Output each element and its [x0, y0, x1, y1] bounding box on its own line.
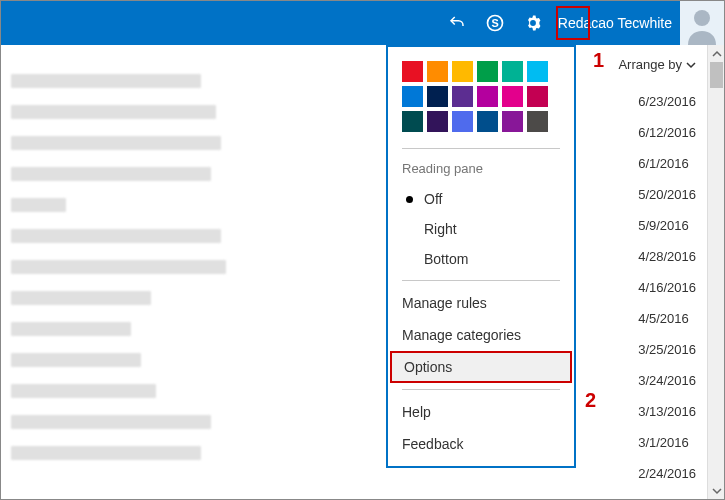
account-username[interactable]: Redacao Tecwhite: [552, 15, 680, 31]
theme-color-10[interactable]: [502, 86, 523, 107]
arrange-by-button[interactable]: Arrange by: [618, 57, 696, 72]
theme-color-6[interactable]: [402, 86, 423, 107]
chevron-down-icon: [686, 60, 696, 70]
message-date: 4/5/2016: [638, 303, 696, 334]
theme-color-2[interactable]: [452, 61, 473, 82]
message-subject-redacted: [11, 198, 66, 212]
message-subject-redacted: [11, 291, 151, 305]
theme-color-17[interactable]: [527, 111, 548, 132]
theme-color-4[interactable]: [502, 61, 523, 82]
skype-icon[interactable]: S: [476, 1, 514, 45]
message-date: 2/24/2016: [638, 458, 696, 489]
vertical-scrollbar[interactable]: [707, 45, 724, 499]
divider: [402, 280, 560, 281]
content-area: Arrange by 6/23/20166/12/20166/1/20165/2…: [1, 45, 724, 499]
message-date: 3/25/2016: [638, 334, 696, 365]
theme-color-12[interactable]: [402, 111, 423, 132]
right-column: Arrange by 6/23/20166/12/20166/1/20165/2…: [604, 45, 724, 499]
message-subject-redacted: [11, 322, 131, 336]
message-date: 6/1/2016: [638, 148, 696, 179]
gear-icon: [523, 13, 543, 33]
avatar[interactable]: [680, 1, 724, 45]
theme-color-16[interactable]: [502, 111, 523, 132]
theme-color-7[interactable]: [427, 86, 448, 107]
theme-color-0[interactable]: [402, 61, 423, 82]
scroll-up-button[interactable]: [708, 45, 725, 62]
theme-color-5[interactable]: [527, 61, 548, 82]
message-subject-redacted: [11, 105, 216, 119]
theme-color-1[interactable]: [427, 61, 448, 82]
manage-rules-link[interactable]: Manage rules: [388, 287, 574, 319]
settings-dropdown: Reading pane Off Right Bottom Manage rul…: [386, 45, 576, 468]
theme-color-9[interactable]: [477, 86, 498, 107]
annotation-label-2: 2: [585, 389, 596, 412]
message-date: 5/9/2016: [638, 210, 696, 241]
message-subject-redacted: [11, 260, 226, 274]
scroll-thumb[interactable]: [710, 62, 723, 88]
theme-color-15[interactable]: [477, 111, 498, 132]
undo-icon[interactable]: [438, 1, 476, 45]
svg-text:S: S: [491, 17, 498, 29]
message-subject-redacted: [11, 167, 211, 181]
message-date: 4/16/2016: [638, 272, 696, 303]
reading-pane-off[interactable]: Off: [388, 184, 574, 214]
theme-color-8[interactable]: [452, 86, 473, 107]
divider: [402, 389, 560, 390]
help-link[interactable]: Help: [388, 396, 574, 428]
settings-gear-button[interactable]: [514, 1, 552, 45]
feedback-link[interactable]: Feedback: [388, 428, 574, 460]
reading-pane-right[interactable]: Right: [388, 214, 574, 244]
theme-color-14[interactable]: [452, 111, 473, 132]
dates-container: 6/23/20166/12/20166/1/20165/20/20165/9/2…: [638, 86, 696, 489]
svg-point-2: [694, 10, 710, 26]
message-date: 3/1/2016: [638, 427, 696, 458]
message-subject-redacted: [11, 446, 201, 460]
message-date: 4/28/2016: [638, 241, 696, 272]
message-subject-redacted: [11, 415, 211, 429]
options-link[interactable]: Options: [390, 351, 572, 383]
theme-color-11[interactable]: [527, 86, 548, 107]
message-subject-redacted: [11, 384, 156, 398]
reading-pane-title: Reading pane: [388, 155, 574, 184]
message-subject-redacted: [11, 353, 141, 367]
message-subject-redacted: [11, 74, 201, 88]
message-subject-redacted: [11, 136, 221, 150]
divider: [402, 148, 560, 149]
message-date: 5/20/2016: [638, 179, 696, 210]
theme-color-3[interactable]: [477, 61, 498, 82]
scroll-down-button[interactable]: [708, 482, 725, 499]
theme-color-13[interactable]: [427, 111, 448, 132]
reading-pane-bottom[interactable]: Bottom: [388, 244, 574, 274]
manage-categories-link[interactable]: Manage categories: [388, 319, 574, 351]
message-subject-redacted: [11, 229, 221, 243]
arrange-by-label: Arrange by: [618, 57, 682, 72]
message-date: 6/12/2016: [638, 117, 696, 148]
message-date: 3/13/2016: [638, 396, 696, 427]
message-date: 6/23/2016: [638, 86, 696, 117]
message-date: 3/24/2016: [638, 365, 696, 396]
app-header: S Redacao Tecwhite: [1, 1, 724, 45]
theme-color-grid: [388, 61, 574, 142]
avatar-icon: [684, 5, 720, 45]
